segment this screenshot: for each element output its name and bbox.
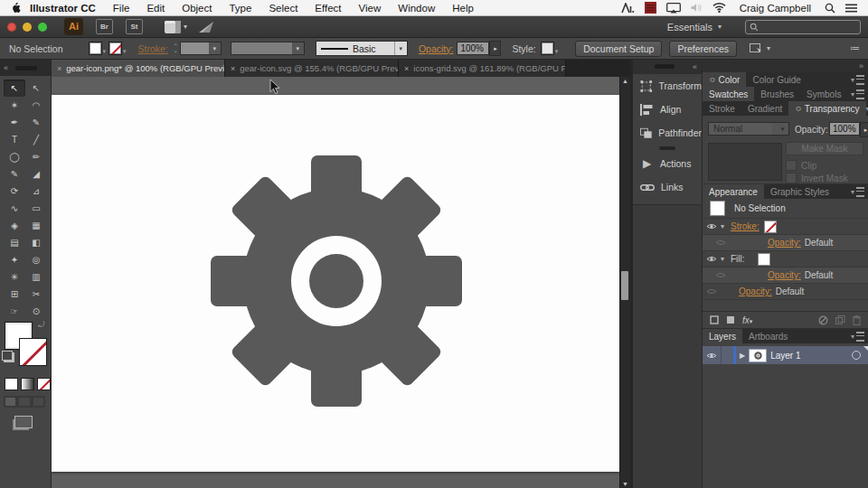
- dropdown-caret-icon[interactable]: ▾: [772, 123, 788, 135]
- fill-swatch[interactable]: [89, 42, 102, 55]
- isolate-caret-icon[interactable]: ▾: [767, 44, 770, 52]
- zoom-tool[interactable]: ⊙: [25, 303, 47, 320]
- stroke-opacity-row[interactable]: Opacity: Default: [703, 235, 868, 251]
- perspective-grid-tool[interactable]: ▦: [25, 217, 47, 234]
- fill-swatch-caret-icon[interactable]: ▾: [103, 48, 107, 55]
- menu-select[interactable]: Select: [269, 3, 297, 14]
- visibility-eye-icon[interactable]: [703, 222, 721, 230]
- window-close-button[interactable]: [7, 23, 16, 32]
- document-tab-gear-icon-png[interactable]: × gear-icon.png* @ 100% (RGB/GPU Preview…: [52, 60, 225, 77]
- tab-swatches[interactable]: Swatches: [703, 87, 754, 101]
- visibility-eye-icon[interactable]: [703, 255, 721, 263]
- none-button[interactable]: [37, 378, 51, 390]
- pencil-tool[interactable]: ✎: [4, 165, 25, 183]
- volume-icon[interactable]: [691, 3, 703, 13]
- menu-object[interactable]: Object: [182, 3, 212, 14]
- stroke-color-swatch[interactable]: [19, 338, 47, 366]
- item-opacity-row[interactable]: Opacity: Default: [703, 284, 868, 300]
- layer-visibility-eye-icon[interactable]: [703, 352, 721, 360]
- curvature-tool[interactable]: ✎: [25, 114, 47, 131]
- draw-behind-button[interactable]: [19, 398, 29, 406]
- tab-layers[interactable]: Layers: [703, 329, 742, 343]
- stroke-row-label[interactable]: Stroke:: [731, 221, 760, 231]
- blend-tool[interactable]: ◎: [25, 251, 47, 268]
- tab-symbols[interactable]: Symbols: [800, 87, 847, 101]
- menu-window[interactable]: Window: [398, 3, 435, 14]
- panel-menu-icon[interactable]: ▾: [851, 87, 868, 101]
- shape-builder-tool[interactable]: ◈: [4, 217, 25, 234]
- document-tab-gear-icon-svg[interactable]: × gear-icon.svg @ 155.4% (RGB/GPU Previe…: [225, 60, 399, 77]
- red-app-icon[interactable]: [645, 2, 656, 14]
- screen-mode-button[interactable]: [14, 416, 33, 428]
- collapse-panel-icon[interactable]: «: [4, 63, 8, 72]
- tab-stroke[interactable]: Stroke: [703, 101, 741, 116]
- mesh-tool[interactable]: ▤: [4, 234, 25, 251]
- menu-type[interactable]: Type: [229, 3, 251, 14]
- slice-tool[interactable]: ✂: [25, 286, 47, 303]
- dock-group-divider[interactable]: [633, 145, 702, 152]
- color-button[interactable]: [5, 378, 18, 390]
- stroke-swatch[interactable]: [108, 42, 122, 55]
- hand-tool[interactable]: ☞: [4, 303, 25, 320]
- new-stroke-icon[interactable]: [710, 315, 719, 324]
- delete-item-icon[interactable]: [853, 315, 861, 325]
- tab-brushes[interactable]: Brushes: [754, 87, 800, 101]
- visibility-eye-icon-dim[interactable]: [703, 239, 730, 247]
- fill-opacity-row[interactable]: Opacity: Default: [703, 267, 868, 284]
- variable-width-profile-dropdown[interactable]: Basic ▾: [316, 41, 408, 56]
- icon-dock-header[interactable]: «: [633, 60, 702, 74]
- gear-artwork[interactable]: [210, 155, 463, 408]
- blend-mode-dropdown[interactable]: Normal ▾: [708, 122, 789, 136]
- pathfinder-panel-button[interactable]: Pathfinder: [633, 121, 702, 145]
- menu-view[interactable]: View: [359, 3, 382, 14]
- vertical-scrollbar[interactable]: ▲ ▼: [619, 77, 630, 488]
- draw-inside-button[interactable]: [33, 398, 43, 406]
- gradient-tool[interactable]: ◧: [25, 234, 47, 251]
- tab-transparency[interactable]: ≎Transparency: [788, 101, 865, 116]
- menubar-app-name[interactable]: Illustrator CC: [30, 3, 96, 14]
- opacity-field[interactable]: 100%: [829, 122, 860, 136]
- panel-menu-icon[interactable]: ▾: [851, 72, 868, 87]
- new-fill-icon[interactable]: [726, 315, 735, 324]
- direct-selection-tool[interactable]: ↖: [25, 80, 47, 97]
- swap-fill-stroke-icon[interactable]: ⤾: [38, 320, 45, 330]
- menu-help[interactable]: Help: [452, 3, 474, 14]
- expand-dock-icon[interactable]: »: [859, 61, 863, 70]
- pen-tool[interactable]: ✒: [4, 114, 25, 131]
- preferences-button[interactable]: Preferences: [669, 41, 737, 57]
- duplicate-item-icon[interactable]: [835, 315, 845, 324]
- dropdown-caret-icon[interactable]: ▾: [209, 42, 221, 54]
- stock-button[interactable]: St: [126, 19, 143, 34]
- window-minimize-button[interactable]: [23, 23, 32, 32]
- airplay-display-icon[interactable]: [666, 3, 681, 14]
- stroke-weight-dropdown[interactable]: ▾: [180, 42, 222, 55]
- appearance-fill-row[interactable]: ▾ Fill:: [703, 251, 868, 267]
- clear-appearance-icon[interactable]: [818, 315, 828, 325]
- close-tab-icon[interactable]: ×: [404, 64, 409, 73]
- search-input[interactable]: [745, 20, 861, 34]
- make-mask-button[interactable]: Make Mask: [786, 142, 863, 155]
- tab-graphic-styles[interactable]: Graphic Styles: [764, 184, 835, 199]
- invert-mask-checkbox[interactable]: Invert Mask: [786, 173, 848, 183]
- gradient-button[interactable]: [21, 378, 34, 390]
- default-fill-stroke-icon[interactable]: [2, 351, 13, 361]
- canvas-pasteboard[interactable]: ▲ ▼: [52, 77, 630, 488]
- align-panel-button[interactable]: Align: [633, 98, 702, 121]
- transform-panel-button[interactable]: Transform: [633, 74, 702, 98]
- control-panel-menu-icon[interactable]: ≔: [850, 42, 859, 54]
- style-caret-icon[interactable]: ▾: [555, 48, 559, 55]
- magic-wand-tool[interactable]: ✶: [4, 97, 25, 114]
- document-tab-icons-grid-svg[interactable]: × icons-grid.svg @ 161.89% (RGB/GPU Prev…: [399, 60, 566, 77]
- tab-gradient[interactable]: Gradient: [741, 101, 788, 116]
- gpu-performance-icon[interactable]: [198, 21, 214, 33]
- stroke-weight-label[interactable]: Stroke:: [138, 43, 168, 54]
- scale-tool[interactable]: ⊿: [25, 183, 47, 200]
- visibility-eye-icon-dim[interactable]: [703, 287, 721, 296]
- visibility-eye-icon-dim[interactable]: [703, 271, 730, 279]
- clip-checkbox[interactable]: Clip: [786, 160, 816, 171]
- notification-center-icon[interactable]: [845, 4, 857, 13]
- close-tab-icon[interactable]: ×: [57, 64, 61, 73]
- scroll-up-icon[interactable]: ▲: [620, 78, 630, 84]
- document-setup-button[interactable]: Document Setup: [575, 41, 662, 57]
- menu-edit[interactable]: Edit: [146, 3, 165, 14]
